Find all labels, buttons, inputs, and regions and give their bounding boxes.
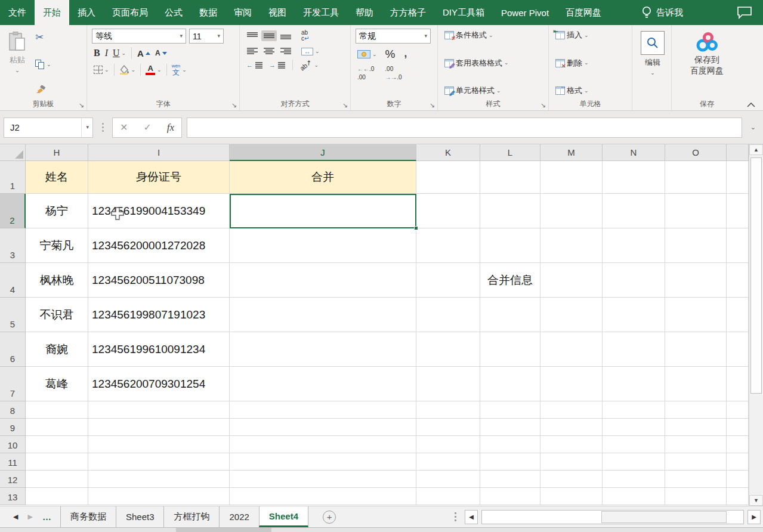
cell-K9[interactable] bbox=[416, 419, 480, 436]
cell-O3[interactable] bbox=[665, 228, 727, 263]
cell-M4[interactable] bbox=[540, 263, 603, 298]
menu-tab-13[interactable]: 百度网盘 bbox=[557, 0, 610, 25]
row-header-3[interactable]: 3 bbox=[0, 228, 26, 263]
cell-M3[interactable] bbox=[540, 228, 603, 263]
row-header-7[interactable]: 7 bbox=[0, 367, 26, 401]
sheet-tab-2[interactable]: 方框打钩 bbox=[163, 506, 219, 527]
column-header-I[interactable]: I bbox=[88, 144, 230, 161]
cell-M7[interactable] bbox=[540, 367, 603, 401]
menu-tab-6[interactable]: 审阅 bbox=[225, 0, 260, 25]
row-header-5[interactable]: 5 bbox=[0, 298, 26, 332]
menu-tab-5[interactable]: 数据 bbox=[191, 0, 225, 25]
cell-L8[interactable] bbox=[480, 401, 540, 419]
accounting-format-button[interactable]: ⌄ bbox=[356, 49, 379, 60]
cell-J13[interactable] bbox=[230, 488, 416, 505]
cell-O9[interactable] bbox=[665, 419, 727, 436]
font-color-button[interactable]: A ⌄ bbox=[144, 63, 163, 76]
menu-tab-10[interactable]: 方方格子 bbox=[382, 0, 434, 25]
italic-button[interactable]: I bbox=[103, 47, 110, 60]
cell-J3[interactable] bbox=[230, 228, 416, 263]
insert-function-icon[interactable]: fx bbox=[163, 122, 178, 134]
font-dialog-launcher[interactable]: ↘ bbox=[231, 101, 237, 109]
cell-N7[interactable] bbox=[603, 367, 665, 401]
cell-M6[interactable] bbox=[540, 332, 603, 367]
tell-me-button[interactable]: 告诉我 bbox=[641, 5, 683, 20]
column-header-N[interactable]: N bbox=[603, 144, 665, 161]
styles-dialog-launcher[interactable]: ↘ bbox=[540, 101, 546, 109]
conditional-formatting-button[interactable]: ≠ 条件格式⌄ bbox=[443, 29, 543, 42]
paste-button[interactable]: 粘贴 ⌄ bbox=[5, 29, 30, 98]
row-header-13[interactable]: 13 bbox=[0, 488, 26, 505]
cell-K11[interactable] bbox=[416, 453, 480, 471]
underline-button[interactable]: U⌄ bbox=[111, 47, 128, 60]
menu-tab-11[interactable]: DIY工具箱 bbox=[434, 0, 493, 25]
hscroll-right-icon[interactable]: ▶ bbox=[747, 510, 761, 524]
menu-tab-8[interactable]: 开发工具 bbox=[295, 0, 347, 25]
cell-M5[interactable] bbox=[540, 298, 603, 332]
cell-N11[interactable] bbox=[603, 453, 665, 471]
column-header-L[interactable]: L bbox=[480, 144, 540, 161]
prev-sheet-icon[interactable]: ◀ bbox=[13, 513, 18, 521]
increase-font-button[interactable]: A bbox=[135, 48, 152, 59]
percent-style-button[interactable]: % bbox=[384, 47, 397, 62]
cell-M9[interactable] bbox=[540, 419, 603, 436]
cell-K2[interactable] bbox=[416, 194, 480, 228]
cell-K13[interactable] bbox=[416, 488, 480, 505]
cell-L13[interactable] bbox=[480, 488, 540, 505]
format-cells-button[interactable]: ↔ 格式⌄ bbox=[554, 84, 627, 97]
cell-N5[interactable] bbox=[603, 298, 665, 332]
font-name-select[interactable]: 等线▾ bbox=[92, 29, 186, 44]
cell-H9[interactable] bbox=[26, 419, 88, 436]
horizontal-scroll-track[interactable] bbox=[481, 510, 744, 524]
select-all-corner[interactable] bbox=[0, 144, 26, 161]
cell-H5[interactable]: 不识君 bbox=[26, 298, 88, 332]
cell-N3[interactable] bbox=[603, 228, 665, 263]
sheet-overflow-dots[interactable]: … bbox=[42, 512, 52, 522]
row-header-12[interactable]: 12 bbox=[0, 471, 26, 488]
column-header-K[interactable]: K bbox=[416, 144, 480, 161]
cell-N8[interactable] bbox=[603, 401, 665, 419]
phonetic-guide-button[interactable]: wén 文 ⌄ bbox=[170, 63, 189, 77]
cell-H12[interactable] bbox=[26, 471, 88, 488]
vertical-scroll-track[interactable] bbox=[749, 155, 763, 495]
cell-J4[interactable] bbox=[230, 263, 416, 298]
cell-J8[interactable] bbox=[230, 401, 416, 419]
fill-color-button[interactable]: ⌄ bbox=[118, 64, 138, 76]
alignment-dialog-launcher[interactable]: ↘ bbox=[342, 101, 348, 109]
cell-N10[interactable] bbox=[603, 436, 665, 453]
sheet-tab-1[interactable]: Sheet3 bbox=[116, 506, 164, 527]
cell-I6[interactable]: 123456199610091234 bbox=[88, 332, 230, 367]
cell-I2[interactable]: 123456199004153349 bbox=[88, 194, 230, 228]
cell-O2[interactable] bbox=[665, 194, 727, 228]
cell-K12[interactable] bbox=[416, 471, 480, 488]
bold-button[interactable]: B bbox=[92, 47, 102, 60]
comment-icon[interactable] bbox=[737, 6, 752, 19]
column-header-J[interactable]: J bbox=[230, 144, 416, 161]
row-header-1[interactable]: 1 bbox=[0, 161, 26, 194]
cell-K8[interactable] bbox=[416, 401, 480, 419]
align-top-button[interactable] bbox=[245, 30, 260, 41]
scroll-down-icon[interactable]: ▼ bbox=[749, 495, 763, 506]
cell-M12[interactable] bbox=[540, 471, 603, 488]
cell-H3[interactable]: 宁菊凡 bbox=[26, 228, 88, 263]
cell-O5[interactable] bbox=[665, 298, 727, 332]
cell-L12[interactable] bbox=[480, 471, 540, 488]
cell-I3[interactable]: 123456200001272028 bbox=[88, 228, 230, 263]
merge-center-button[interactable]: ↔ ⌄ bbox=[299, 47, 322, 57]
increase-indent-button[interactable]: → bbox=[267, 60, 288, 70]
cell-O6[interactable] bbox=[665, 332, 727, 367]
cell-O4[interactable] bbox=[665, 263, 727, 298]
cell-L6[interactable] bbox=[480, 332, 540, 367]
cell-O8[interactable] bbox=[665, 401, 727, 419]
cell-L4[interactable]: 合并信息 bbox=[480, 263, 540, 298]
cell-I9[interactable] bbox=[88, 419, 230, 436]
cell-H13[interactable] bbox=[26, 488, 88, 505]
cell-I5[interactable]: 123456199807191023 bbox=[88, 298, 230, 332]
cell-H6[interactable]: 裔婉 bbox=[26, 332, 88, 367]
cell-K6[interactable] bbox=[416, 332, 480, 367]
cell-H8[interactable] bbox=[26, 401, 88, 419]
cell-M1[interactable] bbox=[540, 161, 603, 194]
copy-button[interactable]: ⌄ bbox=[33, 58, 53, 70]
cell-L7[interactable] bbox=[480, 367, 540, 401]
cell-H10[interactable] bbox=[26, 436, 88, 453]
